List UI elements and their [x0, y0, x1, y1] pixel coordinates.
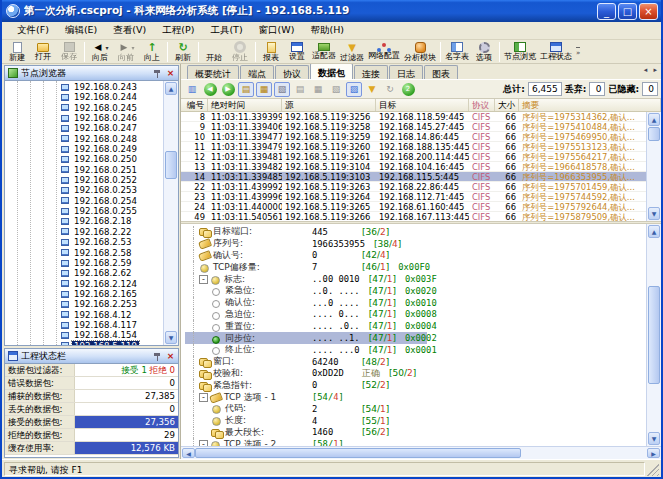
decode-row[interactable]: 确认位:...0 ....[47/1]0x0010 — [185, 297, 645, 309]
scroll-down-icon[interactable]: ▼ — [165, 331, 177, 344]
table-row[interactable]: 1111:03:11.339479192.168.5.119:3260192.1… — [181, 142, 661, 152]
decode-row[interactable]: 急迫位:.... 0...[47/1]0x0008 — [185, 309, 645, 321]
scroll-down-icon[interactable]: ▼ — [648, 207, 660, 220]
decode-row[interactable]: -标志:..00 0010[47/1]0x003F — [185, 273, 645, 285]
scroll-up-icon[interactable]: ▲ — [165, 82, 177, 95]
resize-grip[interactable] — [647, 464, 659, 476]
node-tree-item[interactable]: 192.168.4.12 — [5, 310, 178, 320]
tab-日志[interactable]: 日志 — [389, 65, 423, 79]
tab-scroll-arrows[interactable]: ◂ ▸ — [644, 66, 659, 74]
decode-row[interactable]: 确认号:0[42/4] — [185, 250, 645, 262]
decode-row[interactable]: 紧急指针:0[52/2] — [185, 379, 645, 391]
node-tree-item[interactable]: 192.168.2.62 — [5, 268, 178, 278]
hex-view-icon[interactable]: ▦ — [256, 82, 272, 97]
scroll-thumb[interactable] — [648, 286, 660, 384]
table-row[interactable]: 1011:03:11.339477192.168.5.119:3259192.1… — [181, 132, 661, 142]
toolbar-button-open-folder[interactable]: 打开 — [30, 40, 56, 63]
column-header-6[interactable]: 大小 — [495, 99, 519, 111]
tab-连接[interactable]: 连接 — [354, 65, 388, 79]
menu-item[interactable]: 编辑(E) — [58, 22, 104, 39]
node-tree-item[interactable]: 192.168.2.165 — [5, 289, 178, 299]
toolbar-button-adapter-card[interactable]: 适配器 — [310, 40, 338, 63]
scroll-down-icon[interactable]: ▼ — [648, 432, 660, 445]
decode-row[interactable]: 紧急位:..0. ....[47/1]0x0020 — [185, 285, 645, 297]
node-tree-item[interactable]: 192.168.0.250 — [5, 154, 178, 164]
toolbar-button-refresh-page[interactable]: ↻刷新 — [170, 40, 196, 63]
column-header-1[interactable]: 编号 — [181, 99, 208, 111]
goto-packet-icon[interactable]: ▥ — [184, 82, 200, 97]
prev-packet-icon[interactable]: ◀ — [202, 82, 218, 97]
node-tree-item[interactable]: 192.168.0.248 — [5, 134, 178, 144]
scroll-thumb[interactable] — [648, 127, 660, 141]
export-packet-icon[interactable]: ▦ — [310, 82, 326, 97]
field-view-icon[interactable]: ▤ — [238, 82, 254, 97]
collapse-icon[interactable]: - — [199, 393, 208, 402]
tab-协议[interactable]: 协议 — [275, 65, 309, 79]
menu-item[interactable]: 工具(T) — [203, 22, 249, 39]
toolbar-button-back-circle[interactable]: ◀▾向后 — [87, 40, 113, 63]
table-row[interactable]: 911:03:11.339406192.168.5.119:3258192.16… — [181, 122, 661, 132]
table-row[interactable]: 2311:03:11.439996192.168.5.119:3264192.1… — [181, 192, 661, 202]
node-tree-item[interactable]: 192.168.4.154 — [5, 330, 178, 340]
node-tree-item[interactable]: 192.168.0.252 — [5, 175, 178, 185]
panel-close-icon[interactable]: × — [165, 351, 176, 361]
toolbar-button-start-circle[interactable]: 开始 — [201, 40, 227, 63]
node-tree-item[interactable]: 192.168.2.124 — [5, 279, 178, 289]
packet-list-scrollbar[interactable]: ▲ ▼ — [646, 112, 661, 221]
decode-view-icon[interactable]: ▧ — [274, 82, 290, 97]
toolbar-overflow-icon[interactable]: » — [576, 47, 580, 57]
collapse-icon[interactable]: - — [199, 275, 208, 284]
menu-item[interactable]: 文件(F) — [10, 22, 56, 39]
table-row[interactable]: 811:03:11.339399192.168.5.119:3256192.16… — [181, 112, 661, 122]
table-row[interactable]: 2211:03:11.439992192.168.5.119:3263192.1… — [181, 182, 661, 192]
decode-row[interactable]: 长度:4[55/1] — [185, 415, 645, 427]
toolbar-button-network-nodes[interactable]: 网络配置 — [366, 40, 402, 63]
node-tree-item[interactable]: 192.168.0.255 — [5, 206, 178, 216]
node-tree-item[interactable]: 192.168.0.243 — [5, 82, 178, 92]
print-packet-icon[interactable]: ▧ — [328, 82, 344, 97]
decode-row[interactable]: TCP偏移量:7[46/1]0x00F0 — [185, 261, 645, 273]
node-tree-item[interactable]: 192.168.0.244 — [5, 92, 178, 102]
menu-item[interactable]: 工程(P) — [155, 22, 201, 39]
node-tree-item[interactable]: 192.168.2.53 — [5, 237, 178, 247]
node-tree-item[interactable]: 192.168.0.246 — [5, 113, 178, 123]
table-row[interactable]: 2411:03:11.440000192.168.5.119:3265192.1… — [181, 202, 661, 212]
scroll-right-icon[interactable]: ▶ — [647, 448, 660, 458]
node-tree-item[interactable]: 192.168.0.247 — [5, 123, 178, 133]
decode-row[interactable]: 目标端口:445[36/2] — [185, 226, 645, 238]
auto-scroll-icon[interactable]: ▨ — [346, 82, 362, 97]
toolbar-button-options-gear[interactable]: 选项 — [471, 40, 497, 63]
menu-item[interactable]: 窗口(W) — [252, 22, 302, 39]
column-header-4[interactable]: 目标 — [376, 99, 469, 111]
decode-row[interactable]: 序列号:1966353955[38/4] — [185, 238, 645, 250]
toolbar-button-report-doc[interactable]: 报表 — [258, 40, 284, 63]
scroll-up-icon[interactable]: ▲ — [648, 225, 660, 238]
scroll-left-icon[interactable]: ◀ — [182, 448, 195, 458]
node-tree-item[interactable]: 192.168.4.117 — [5, 320, 178, 330]
node-tree-item[interactable]: 192.168.2.18 — [5, 216, 178, 226]
make-filter-icon[interactable]: ▼ — [364, 82, 380, 97]
node-list-scrollbar[interactable]: ▲▼ — [163, 81, 178, 345]
node-tree-item[interactable]: 192.168.0.245 — [5, 103, 178, 113]
pause-refresh-icon[interactable]: ↻ — [382, 82, 398, 97]
node-tree-item[interactable]: 192.168.2.253 — [5, 299, 178, 309]
decode-row[interactable]: -TCP 选项 - 1[54/4] — [185, 391, 645, 403]
tab-概要统计[interactable]: 概要统计 — [187, 65, 239, 79]
toolbar-button-new-document[interactable]: 新建 — [4, 40, 30, 63]
pin-icon[interactable] — [153, 352, 162, 361]
toolbar-button-filter-funnel[interactable]: ▼过滤器 — [338, 40, 366, 63]
column-header-5[interactable]: 协议 — [469, 99, 495, 111]
toolbar-button-settings-window[interactable]: 设置 — [284, 40, 310, 63]
tab-数据包[interactable]: 数据包 — [310, 64, 353, 79]
decode-row[interactable]: 最大段长:1460[56/2] — [185, 427, 645, 439]
toolbar-button-name-table[interactable]: 名字表 — [443, 40, 471, 63]
table-row[interactable]: 1211:03:11.339481192.168.5.119:3261192.1… — [181, 152, 661, 162]
decode-scrollbar[interactable]: ▲ ▼ — [646, 224, 661, 446]
dropdown-arrow-icon[interactable]: ▾ — [131, 44, 134, 51]
column-header-7[interactable]: 摘要 — [519, 99, 661, 111]
table-row[interactable]: 1311:03:11.339482192.168.5.119:3104192.1… — [181, 162, 661, 172]
toolbar-button-project-panel[interactable]: 工程状态 — [538, 40, 574, 63]
auto-refresh-icon[interactable]: 2 — [400, 82, 416, 97]
next-packet-icon[interactable]: ▶ — [220, 82, 236, 97]
decode-hscrollbar[interactable]: ◀ ▶ — [181, 446, 661, 459]
